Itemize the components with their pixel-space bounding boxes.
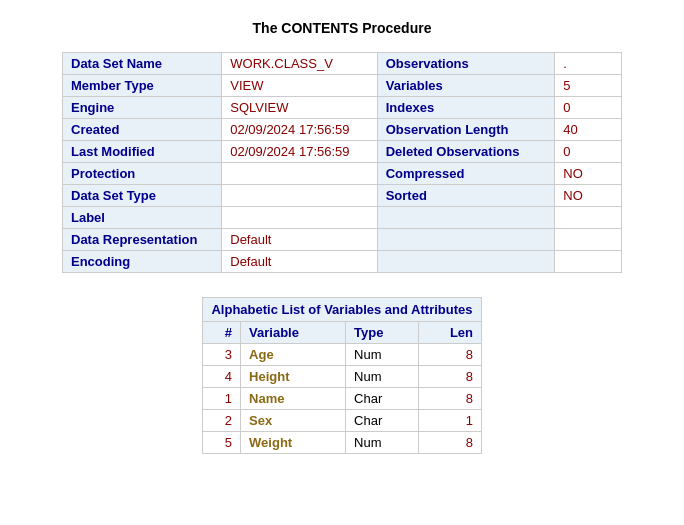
- label-empty-r9: [377, 229, 555, 251]
- label-last-modified: Last Modified: [63, 141, 222, 163]
- value-observations: .: [555, 53, 622, 75]
- label-observations: Observations: [377, 53, 555, 75]
- label-engine: Engine: [63, 97, 222, 119]
- var-name: Height: [241, 366, 346, 388]
- list-item: 5 Weight Num 8: [203, 432, 482, 454]
- label-created: Created: [63, 119, 222, 141]
- label-observation-length: Observation Length: [377, 119, 555, 141]
- label-protection: Protection: [63, 163, 222, 185]
- value-sorted: NO: [555, 185, 622, 207]
- label-compressed: Compressed: [377, 163, 555, 185]
- table-row: Data Set Type Sorted NO: [63, 185, 622, 207]
- value-empty-r10: [555, 251, 622, 273]
- value-empty-r8: [555, 207, 622, 229]
- list-item: 4 Height Num 8: [203, 366, 482, 388]
- list-item: 3 Age Num 8: [203, 344, 482, 366]
- table-row: Protection Compressed NO: [63, 163, 622, 185]
- var-type: Num: [346, 432, 419, 454]
- table-row: Created 02/09/2024 17:56:59 Observation …: [63, 119, 622, 141]
- variables-section: Alphabetic List of Variables and Attribu…: [202, 297, 482, 454]
- var-num: 5: [203, 432, 241, 454]
- label-data-representation: Data Representation: [63, 229, 222, 251]
- table-row: Label: [63, 207, 622, 229]
- label-sorted: Sorted: [377, 185, 555, 207]
- value-created: 02/09/2024 17:56:59: [222, 119, 377, 141]
- var-name: Name: [241, 388, 346, 410]
- label-empty-r10: [377, 251, 555, 273]
- var-name: Weight: [241, 432, 346, 454]
- value-indexes: 0: [555, 97, 622, 119]
- var-name: Age: [241, 344, 346, 366]
- var-type: Num: [346, 344, 419, 366]
- label-label: Label: [63, 207, 222, 229]
- col-header-type: Type: [346, 322, 419, 344]
- var-num: 1: [203, 388, 241, 410]
- table-row: Data Set Name WORK.CLASS_V Observations …: [63, 53, 622, 75]
- var-type: Char: [346, 388, 419, 410]
- list-item: 2 Sex Char 1: [203, 410, 482, 432]
- value-compressed: NO: [555, 163, 622, 185]
- var-num: 3: [203, 344, 241, 366]
- variables-table: # Variable Type Len 3 Age Num 8 4 Height…: [202, 321, 482, 454]
- var-name: Sex: [241, 410, 346, 432]
- label-deleted-observations: Deleted Observations: [377, 141, 555, 163]
- value-member-type: VIEW: [222, 75, 377, 97]
- var-len: 1: [418, 410, 481, 432]
- col-header-variable: Variable: [241, 322, 346, 344]
- var-num: 4: [203, 366, 241, 388]
- list-item: 1 Name Char 8: [203, 388, 482, 410]
- table-row: Data Representation Default: [63, 229, 622, 251]
- col-header-len: Len: [418, 322, 481, 344]
- value-label: [222, 207, 377, 229]
- value-last-modified: 02/09/2024 17:56:59: [222, 141, 377, 163]
- var-len: 8: [418, 388, 481, 410]
- value-data-set-name: WORK.CLASS_V: [222, 53, 377, 75]
- label-member-type: Member Type: [63, 75, 222, 97]
- var-len: 8: [418, 344, 481, 366]
- contents-table: Data Set Name WORK.CLASS_V Observations …: [62, 52, 622, 273]
- value-data-set-type: [222, 185, 377, 207]
- var-len: 8: [418, 432, 481, 454]
- var-len: 8: [418, 366, 481, 388]
- vars-header-row: # Variable Type Len: [203, 322, 482, 344]
- var-type: Char: [346, 410, 419, 432]
- value-protection: [222, 163, 377, 185]
- label-data-set-type: Data Set Type: [63, 185, 222, 207]
- var-type: Num: [346, 366, 419, 388]
- label-encoding: Encoding: [63, 251, 222, 273]
- table-row: Engine SQLVIEW Indexes 0: [63, 97, 622, 119]
- col-header-num: #: [203, 322, 241, 344]
- label-empty-r8: [377, 207, 555, 229]
- value-empty-r9: [555, 229, 622, 251]
- value-variables: 5: [555, 75, 622, 97]
- label-data-set-name: Data Set Name: [63, 53, 222, 75]
- page-title: The CONTENTS Procedure: [20, 20, 664, 36]
- value-engine: SQLVIEW: [222, 97, 377, 119]
- var-num: 2: [203, 410, 241, 432]
- label-variables: Variables: [377, 75, 555, 97]
- value-deleted-observations: 0: [555, 141, 622, 163]
- table-row: Last Modified 02/09/2024 17:56:59 Delete…: [63, 141, 622, 163]
- value-encoding: Default: [222, 251, 377, 273]
- table-row: Encoding Default: [63, 251, 622, 273]
- vars-table-title: Alphabetic List of Variables and Attribu…: [202, 297, 482, 321]
- value-observation-length: 40: [555, 119, 622, 141]
- table-row: Member Type VIEW Variables 5: [63, 75, 622, 97]
- value-data-representation: Default: [222, 229, 377, 251]
- label-indexes: Indexes: [377, 97, 555, 119]
